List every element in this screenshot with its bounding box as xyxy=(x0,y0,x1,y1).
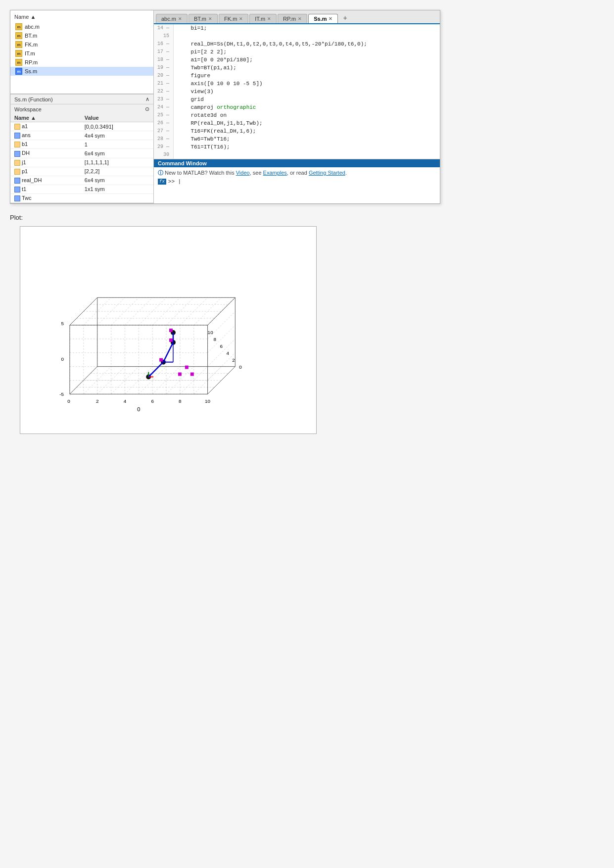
x-tick-label: 10 xyxy=(205,398,211,404)
code-line: 19 — Twb=BT(p1,a1); xyxy=(154,64,440,72)
video-link[interactable]: Video xyxy=(236,170,250,176)
joint-marker xyxy=(185,366,189,369)
line-number: 20 — xyxy=(154,72,174,80)
tab-fkm[interactable]: FK.m ✕ xyxy=(219,14,248,23)
code-line: 25 — rotate3d on xyxy=(154,111,440,119)
line-number: 16 — xyxy=(154,40,174,48)
y-tick-label: 6 xyxy=(220,343,223,349)
line-number: 15 xyxy=(154,32,174,40)
table-row[interactable]: a1 [0,0,0.3491] xyxy=(10,122,153,131)
tab-abcm[interactable]: abc.m ✕ xyxy=(156,14,188,23)
x-tick-label: 2 xyxy=(96,398,99,404)
sym-icon xyxy=(14,187,20,193)
m-file-icon: m xyxy=(15,59,22,66)
table-row[interactable]: t1 1x1 sym xyxy=(10,185,153,193)
line-number: 17 — xyxy=(154,48,174,56)
line-content: bi=1; xyxy=(174,24,207,32)
function-label: Ss.m (Function) xyxy=(14,96,53,102)
table-row[interactable]: ans 4x4 sym xyxy=(10,131,153,140)
sym-icon xyxy=(14,133,20,139)
file-item[interactable]: m IT.m xyxy=(10,49,153,58)
tab-bar: abc.m ✕ BT.m ✕ FK.m ✕ IT.m ✕ RP.m ✕ Ss.m… xyxy=(154,10,440,24)
collapse-icon[interactable]: ∧ xyxy=(145,96,149,102)
ws-name: Twc xyxy=(10,193,81,202)
double-icon xyxy=(14,142,20,147)
tab-close-icon[interactable]: ✕ xyxy=(178,16,182,21)
file-item-selected[interactable]: m Ss.m xyxy=(10,67,153,76)
z-tick-label: 5 xyxy=(61,321,64,326)
examples-link[interactable]: Examples xyxy=(263,170,287,176)
code-line: 16 — real_DH=Ss(DH,t1,0,t2,0,t3,0,t4,0,t… xyxy=(154,40,440,48)
left-panel: Name ▲ m abc.m m BT.m m xyxy=(10,10,154,203)
y-tick-label: 2 xyxy=(232,357,235,363)
ws-value: [2,2,2] xyxy=(81,167,153,176)
file-item[interactable]: m BT.m xyxy=(10,31,153,40)
ws-col-value: Value xyxy=(81,114,153,122)
ws-name: t1 xyxy=(10,185,81,193)
tab-close-icon[interactable]: ✕ xyxy=(239,16,243,21)
table-row[interactable]: b1 1 xyxy=(10,140,153,149)
line-number: 14 — xyxy=(154,24,174,32)
tab-label: RP.m xyxy=(283,16,296,22)
workspace-title: Workspace xyxy=(14,106,42,112)
table-row[interactable]: Twc ... xyxy=(10,193,153,202)
file-icon-active: m xyxy=(15,68,22,75)
command-body: ⓘ New to MATLAB? Watch this Video, see E… xyxy=(154,167,440,203)
line-content: a1=[0 0 20*pi/180]; xyxy=(174,56,253,64)
sym-icon xyxy=(14,178,20,184)
plot-figure[interactable]: -5 0 5 0 2 4 6 8 10 0 2 4 6 8 10 0 xyxy=(20,226,317,434)
file-item[interactable]: m abc.m xyxy=(10,22,153,31)
table-row[interactable]: DH 6x4 sym xyxy=(10,149,153,158)
plot-svg: -5 0 5 0 2 4 6 8 10 0 2 4 6 8 10 0 xyxy=(20,227,316,434)
tab-rpm[interactable]: RP.m ✕ xyxy=(278,14,307,23)
code-editor[interactable]: 14 — bi=1; 15 16 — real_DH=Ss(DH,t1,0,t2… xyxy=(154,24,440,159)
table-row[interactable]: p1 [2,2,2] xyxy=(10,167,153,176)
ws-value: 1x1 sym xyxy=(81,185,153,193)
line-content: camproj orthographic xyxy=(174,103,256,111)
table-row[interactable]: real_DH 6x4 sym xyxy=(10,176,153,185)
line-number: 21 — xyxy=(154,80,174,88)
file-icon: m xyxy=(15,59,22,66)
tab-itm[interactable]: IT.m ✕ xyxy=(249,14,277,23)
y-tick-label: 8 xyxy=(214,337,217,342)
code-line: 15 xyxy=(154,32,440,40)
tab-ssm[interactable]: Ss.m ✕ xyxy=(308,14,338,23)
file-name: BT.m xyxy=(25,33,37,39)
line-content: rotate3d on xyxy=(174,111,227,119)
tab-close-icon[interactable]: ✕ xyxy=(298,16,302,21)
command-prompt[interactable]: fx >> | xyxy=(158,179,436,185)
ws-name: real_DH xyxy=(10,176,81,185)
workspace-expand-icon[interactable]: ⊙ xyxy=(145,106,149,112)
double-icon xyxy=(14,124,20,130)
file-name: IT.m xyxy=(25,50,35,56)
right-panel: abc.m ✕ BT.m ✕ FK.m ✕ IT.m ✕ RP.m ✕ Ss.m… xyxy=(154,10,440,203)
matlab-ide: Name ▲ m abc.m m BT.m m xyxy=(10,10,440,204)
ws-name: p1 xyxy=(10,167,81,176)
table-row[interactable]: j1 [1,1,1,1,1] xyxy=(10,158,153,167)
file-icon: m xyxy=(15,41,22,48)
file-item[interactable]: m RP.m xyxy=(10,58,153,67)
line-content: figure xyxy=(174,72,210,80)
tab-close-icon[interactable]: ✕ xyxy=(267,16,271,21)
workspace-table: Name ▲ Value a1 [0,0,0.3491] ans 4x4 sym… xyxy=(10,114,153,203)
tab-label: Ss.m xyxy=(314,16,327,22)
tab-close-icon[interactable]: ✕ xyxy=(329,16,332,21)
command-window-header: Command Window xyxy=(154,159,440,167)
x-tick-label: 8 xyxy=(179,398,182,404)
x-tick-label: 4 xyxy=(124,398,127,404)
z-tick-label: 0 xyxy=(61,356,64,362)
line-content: Twb=BT(p1,a1); xyxy=(174,64,236,72)
code-line: 27 — T16=FK(real_DH,1,6); xyxy=(154,127,440,135)
tab-label: abc.m xyxy=(161,16,176,22)
tab-add-button[interactable]: + xyxy=(339,12,351,23)
file-name-selected: Ss.m xyxy=(25,68,37,74)
ws-name: a1 xyxy=(10,122,81,131)
tab-btm[interactable]: BT.m ✕ xyxy=(189,14,218,23)
file-item[interactable]: m FK.m xyxy=(10,40,153,49)
getting-started-link[interactable]: Getting Started xyxy=(309,170,345,176)
tab-label: IT.m xyxy=(255,16,265,22)
tab-close-icon[interactable]: ✕ xyxy=(208,16,212,21)
x-tick-label: 0 xyxy=(67,398,70,404)
code-line: 26 — RP(real_DH,j1,b1,Twb); xyxy=(154,119,440,127)
line-number: 30 xyxy=(154,151,174,159)
